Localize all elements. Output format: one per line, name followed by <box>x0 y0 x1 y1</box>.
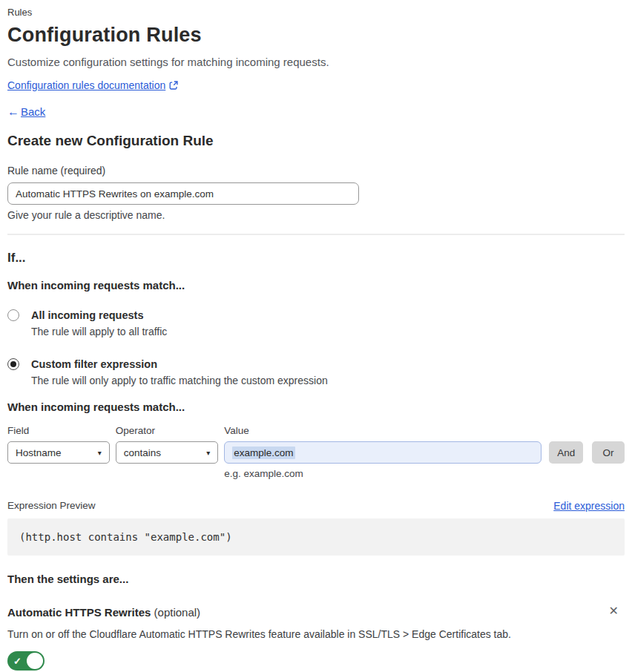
external-link-icon <box>169 81 178 90</box>
expression-code-text: (http.host contains "example.com") <box>19 531 232 543</box>
check-icon: ✓ <box>13 656 22 666</box>
breadcrumb: Rules <box>7 7 625 19</box>
and-button[interactable]: And <box>549 441 583 464</box>
rule-name-label: Rule name (required) <box>7 165 625 177</box>
or-button[interactable]: Or <box>592 441 625 464</box>
operator-select[interactable]: contains ▾ <box>116 441 219 464</box>
section-divider <box>7 234 625 235</box>
radio-option-all-incoming-requests[interactable]: All incoming requests The rule will appl… <box>7 309 625 338</box>
value-input-text: example.com <box>232 447 294 459</box>
radio-option-text: All incoming requests The rule will appl… <box>31 309 167 338</box>
documentation-link-row: Configuration rules documentation <box>7 79 625 92</box>
rule-name-input[interactable] <box>7 182 359 205</box>
page-subtitle: Customize configuration settings for mat… <box>7 55 625 70</box>
rule-name-helper: Give your rule a descriptive name. <box>7 209 625 222</box>
page-title: Configuration Rules <box>7 22 625 47</box>
radio-button-unchecked[interactable] <box>7 309 19 321</box>
back-link[interactable]: Back <box>21 105 45 119</box>
setting-optional-suffix: (optional) <box>151 606 200 619</box>
field-label: Field <box>7 424 110 441</box>
documentation-link[interactable]: Configuration rules documentation <box>7 79 165 92</box>
radio-option-description: The rule will apply to all traffic <box>31 325 167 338</box>
setting-title: Automatic HTTPS Rewrites (optional) <box>7 605 200 619</box>
setting-title-row: Automatic HTTPS Rewrites (optional) ✕ <box>7 605 625 619</box>
radio-option-label: All incoming requests <box>31 309 167 322</box>
expression-builder-row: Field Hostname ▾ Operator contains ▾ Val… <box>7 424 625 480</box>
setting-name: Automatic HTTPS Rewrites <box>7 606 151 619</box>
match-type-heading: When incoming requests match... <box>7 278 625 292</box>
setting-description: Turn on or off the Cloudflare Automatic … <box>7 627 625 641</box>
expression-preview-row: Expression Preview Edit expression <box>7 499 625 513</box>
radio-button-checked[interactable] <box>7 358 19 370</box>
and-column: And <box>549 424 583 480</box>
radio-option-custom-filter-expression[interactable]: Custom filter expression The rule will o… <box>7 358 625 387</box>
if-heading: If... <box>7 250 625 266</box>
then-settings-heading: Then the settings are... <box>7 572 625 586</box>
toggle-knob[interactable] <box>27 653 43 669</box>
expression-builder-heading: When incoming requests match... <box>7 400 625 414</box>
value-input[interactable]: example.com <box>224 441 542 464</box>
edit-expression-link[interactable]: Edit expression <box>553 499 625 513</box>
back-link-row: ← Back <box>7 105 625 119</box>
radio-option-text: Custom filter expression The rule will o… <box>31 358 328 387</box>
automatic-https-rewrites-toggle[interactable]: ✓ <box>7 651 45 671</box>
radio-option-label: Custom filter expression <box>31 358 328 371</box>
close-icon[interactable]: ✕ <box>609 605 619 617</box>
create-rule-heading: Create new Configuration Rule <box>7 132 625 150</box>
field-select-value: Hostname <box>16 447 62 458</box>
expression-preview-code: (http.host contains "example.com") <box>7 518 625 556</box>
operator-label: Operator <box>116 424 219 441</box>
operator-select-value: contains <box>124 447 161 458</box>
field-column: Field Hostname ▾ <box>7 424 110 480</box>
or-column: Or <box>592 424 625 480</box>
back-arrow-icon: ← <box>7 105 19 119</box>
expression-preview-label: Expression Preview <box>7 499 96 513</box>
value-helper: e.g. example.com <box>224 467 542 480</box>
radio-option-description: The rule will only apply to traffic matc… <box>31 374 328 387</box>
value-column: Value example.com e.g. example.com <box>224 424 542 480</box>
chevron-down-icon: ▾ <box>206 449 210 457</box>
field-select[interactable]: Hostname ▾ <box>7 441 110 464</box>
operator-column: Operator contains ▾ <box>116 424 219 480</box>
configuration-rules-page: Rules Configuration Rules Customize conf… <box>0 0 632 672</box>
chevron-down-icon: ▾ <box>98 449 102 457</box>
value-label: Value <box>224 424 542 441</box>
